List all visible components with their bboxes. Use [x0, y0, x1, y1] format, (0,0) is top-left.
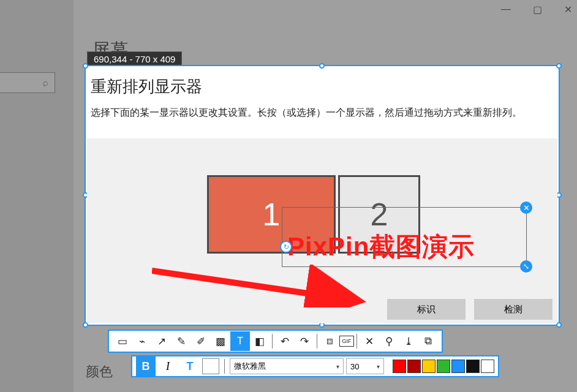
arrow-tool[interactable]: ↗: [152, 331, 172, 351]
format-separator: [224, 359, 225, 374]
pin-button[interactable]: ⚲: [379, 331, 399, 351]
color-swatch-red[interactable]: [393, 360, 406, 373]
rect-tool[interactable]: ▭: [113, 331, 132, 351]
gif-button[interactable]: GIF: [339, 336, 354, 347]
toolbar-separator: [272, 334, 273, 349]
monitor-buttons: 标识 检测: [387, 299, 552, 320]
highlighter-tool[interactable]: ✐: [191, 331, 211, 351]
font-size-select[interactable]: 30 ▾: [346, 358, 384, 374]
coordinates-tooltip: 690,344 - 770 x 409: [87, 51, 182, 66]
capture-selection[interactable]: 重新排列显示器 选择下面的某一显示器以更改其设置。长按（或选择）一个显示器，然后…: [85, 65, 560, 326]
resize-handle-tl[interactable]: [83, 63, 88, 69]
content-description: 选择下面的某一显示器以更改其设置。长按（或选择）一个显示器，然后通过拖动方式来重…: [91, 107, 522, 119]
detect-button[interactable]: 检测: [474, 299, 552, 320]
font-size-value: 30: [350, 362, 359, 371]
chevron-down-icon: ▾: [377, 363, 380, 370]
color-swatch-darkred[interactable]: [407, 360, 421, 373]
ocr-button[interactable]: ⧈: [320, 331, 339, 351]
mosaic-tool[interactable]: ▩: [211, 331, 230, 351]
bold-button[interactable]: B: [136, 356, 156, 376]
text-color-swatch[interactable]: [202, 358, 219, 374]
screenshot-stage: — ▢ ✕ 屏幕 ⌕ 颜色 690,344 - 770 x 409 重新排列显示…: [0, 0, 577, 392]
annotation-toolbar: ▭ ⌁ ↗ ✎ ✐ ▩ T ◧ ↶ ↷ ⧈ GIF ✕ ⚲ ⤓ ⧉: [108, 330, 443, 353]
resize-handle-tr[interactable]: [556, 63, 562, 69]
color-swatch-black[interactable]: [466, 360, 480, 373]
resize-handle-tm[interactable]: [319, 63, 325, 69]
color-swatch-green[interactable]: [437, 360, 450, 373]
redo-button[interactable]: ↷: [295, 331, 314, 351]
save-button[interactable]: ⤓: [399, 331, 418, 351]
color-swatch-white[interactable]: [481, 360, 494, 373]
font-family-select[interactable]: 微软雅黑 ▾: [230, 358, 344, 374]
undo-button[interactable]: ↶: [275, 331, 295, 351]
text-format-toolbar: B I T 微软雅黑 ▾ 30 ▾: [131, 355, 499, 377]
eraser-tool[interactable]: ◧: [250, 331, 270, 351]
dimmer-left: [0, 66, 85, 326]
delete-annotation-icon[interactable]: ✕: [520, 202, 532, 214]
resize-annotation-icon[interactable]: ⤡: [520, 260, 532, 273]
pen-tool[interactable]: ✎: [172, 331, 191, 351]
font-family-value: 微软雅黑: [234, 361, 266, 372]
color-swatch-yellow[interactable]: [422, 360, 436, 373]
toolbar-separator: [356, 334, 357, 349]
italic-button[interactable]: I: [158, 356, 178, 376]
text-annotation[interactable]: PixPin截图演示 ↻ ✕ ⤡: [282, 207, 527, 267]
polyline-tool[interactable]: ⌁: [132, 331, 152, 351]
dimmer-right: [560, 66, 577, 326]
identify-button[interactable]: 标识: [387, 299, 466, 320]
text-annotation-content[interactable]: PixPin截图演示: [287, 230, 521, 264]
text-style-button[interactable]: T: [180, 356, 200, 376]
rotate-handle-icon[interactable]: ↻: [280, 241, 292, 253]
cancel-button[interactable]: ✕: [360, 331, 379, 351]
copy-button[interactable]: ⧉: [418, 331, 438, 351]
color-palette: [393, 360, 494, 373]
content-title: 重新排列显示器: [91, 76, 202, 97]
color-swatch-blue[interactable]: [451, 360, 465, 373]
toolbar-separator: [317, 334, 317, 349]
chevron-down-icon: ▾: [336, 363, 339, 370]
text-tool[interactable]: T: [230, 331, 250, 351]
